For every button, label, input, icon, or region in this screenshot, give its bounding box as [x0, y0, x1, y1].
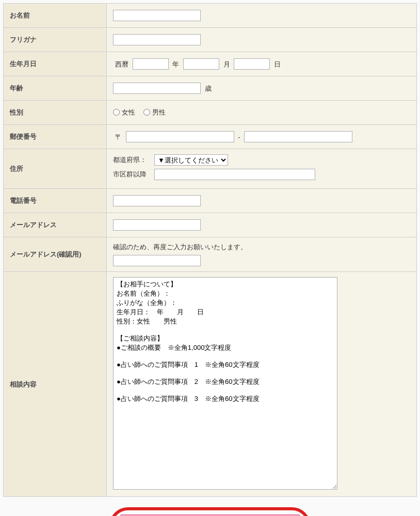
sex-female-radio[interactable]	[113, 109, 120, 116]
city-label: 市区群以降	[113, 170, 154, 179]
label-email: メールアドレス	[4, 213, 107, 237]
era-label: 西曆	[115, 60, 128, 68]
label-consult: 相談内容	[4, 272, 107, 497]
form-table: お名前 フリガナ 生年月日 西曆 年 月 日 年齢 歳	[3, 3, 417, 497]
birth-day-input[interactable]	[234, 58, 270, 70]
highlight-oval: 入力内容を確認する	[109, 507, 311, 516]
prefecture-select[interactable]: ▼選択してください	[154, 154, 228, 166]
label-name: お名前	[4, 4, 107, 28]
sex-male-label: 男性	[152, 108, 166, 117]
submit-area: 入力内容を確認する	[3, 497, 417, 516]
birth-year-input[interactable]	[133, 58, 169, 70]
month-suffix: 月	[223, 60, 230, 68]
label-birthdate: 生年月日	[4, 52, 107, 76]
label-furigana: フリガナ	[4, 28, 107, 52]
label-email-confirm: メールアドレス(確認用)	[4, 237, 107, 272]
postal-1-input[interactable]	[126, 131, 234, 142]
sex-male-option[interactable]: 男性	[143, 108, 166, 117]
consult-textarea[interactable]	[113, 277, 337, 490]
label-age: 年齢	[4, 76, 107, 101]
day-suffix: 日	[274, 60, 281, 68]
label-address: 住所	[4, 149, 107, 189]
name-input[interactable]	[113, 10, 201, 21]
postal-dash: -	[238, 133, 240, 141]
label-sex: 性別	[4, 101, 107, 125]
email-confirm-note: 確認のため、再度ご入力お願いいたします。	[113, 243, 410, 252]
sex-male-radio[interactable]	[143, 109, 150, 116]
age-input[interactable]	[113, 83, 201, 94]
birth-month-input[interactable]	[183, 58, 219, 70]
sex-female-label: 女性	[122, 108, 135, 117]
year-suffix: 年	[172, 60, 179, 68]
phone-input[interactable]	[113, 195, 201, 206]
sex-female-option[interactable]: 女性	[113, 108, 135, 117]
email-confirm-input[interactable]	[113, 255, 201, 266]
prefecture-label: 都道府県：	[113, 155, 154, 165]
label-phone: 電話番号	[4, 189, 107, 213]
furigana-input[interactable]	[113, 34, 201, 45]
postal-2-input[interactable]	[244, 131, 352, 142]
label-postal: 郵便番号	[4, 125, 107, 149]
age-suffix: 歳	[205, 85, 212, 92]
city-input[interactable]	[154, 169, 315, 180]
email-input[interactable]	[113, 219, 201, 231]
postal-prefix: 〒	[115, 133, 122, 141]
